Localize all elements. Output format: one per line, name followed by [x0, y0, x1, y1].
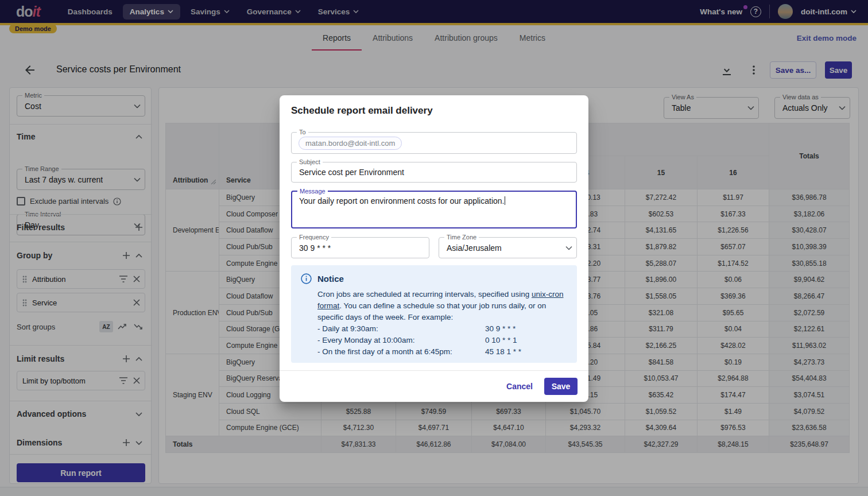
notice-body: Cron jobs are scheduled at recurring int…	[317, 289, 574, 358]
to-field[interactable]: To matan.bordo@doit-intl.com	[291, 132, 577, 154]
cron-notice-box: Notice Cron jobs are scheduled at recurr…	[291, 265, 577, 363]
dropdown-arrow-icon	[565, 246, 572, 250]
cron-example: - Daily at 9:30am:30 9 * * *	[317, 323, 574, 335]
recipient-chip[interactable]: matan.bordo@doit-intl.com	[299, 137, 402, 150]
message-field[interactable]: Message Your daily report on environment…	[291, 191, 577, 228]
cron-example: - Every Monday at 10:00am:0 10 * * 1	[317, 335, 574, 346]
info-icon	[301, 273, 312, 284]
subject-field[interactable]: Subject Service cost per Environment	[291, 162, 577, 183]
timezone-select[interactable]: Time Zone Asia/Jerusalem	[439, 237, 577, 258]
cron-example: - On the first day of a month at 6:45pm:…	[317, 346, 574, 358]
dialog-save-button[interactable]: Save	[544, 378, 578, 395]
text-caret	[505, 196, 505, 205]
dialog-footer: Cancel Save	[280, 370, 588, 402]
dialog-title: Schedule report email delivery	[291, 105, 433, 117]
message-value: Your daily report on environment costs f…	[299, 196, 504, 206]
timezone-value: Asia/Jerusalem	[447, 243, 502, 253]
schedule-email-dialog: Schedule report email delivery To matan.…	[280, 95, 588, 402]
subject-value: Service cost per Environment	[299, 168, 404, 177]
frequency-value: 30 9 * * *	[299, 243, 331, 253]
notice-heading: Notice	[301, 273, 567, 284]
frequency-field[interactable]: Frequency 30 9 * * *	[291, 237, 429, 258]
cancel-button[interactable]: Cancel	[501, 378, 538, 394]
